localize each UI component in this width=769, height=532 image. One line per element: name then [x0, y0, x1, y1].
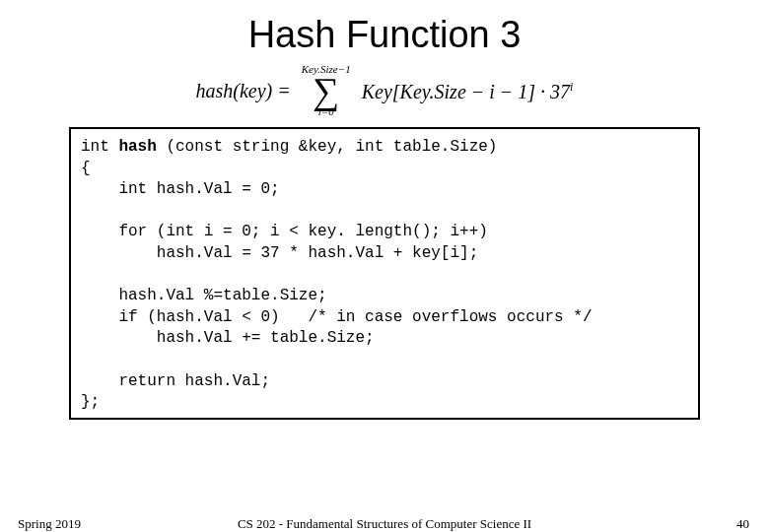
slide: Hash Function 3 hash(key) = Key.Size−1 ∑… — [0, 14, 769, 532]
code-line-13: }; — [81, 393, 100, 411]
sigma-symbol: ∑ — [302, 75, 351, 106]
formula-lhs: hash(key) = — [196, 81, 291, 100]
code-line-8: hash.Val %=table.Size; — [81, 287, 327, 304]
sigma-lower: i=0 — [302, 106, 351, 117]
footer-course: CS 202 - Fundamental Structures of Compu… — [0, 516, 769, 532]
code-line-12: return hash.Val; — [81, 372, 270, 390]
code-line-5: for (int i = 0; i < key. length(); i++) — [81, 223, 488, 240]
code-line-6: hash.Val = 37 * hash.Val + key[i]; — [81, 244, 478, 262]
code-line-9: if (hash.Val < 0) /* in case overflows o… — [81, 308, 592, 326]
code-block: int hash (const string &key, int table.S… — [69, 127, 700, 420]
code-line-1b: hash — [118, 138, 156, 156]
slide-title: Hash Function 3 — [0, 14, 769, 56]
formula-rhs-body: Key[Key.Size − i − 1] · 37 — [362, 80, 570, 101]
code-line-1c: (const string &key, int table.Size) — [157, 138, 498, 156]
formula-exp: i — [570, 80, 573, 94]
formula-rhs: Key[Key.Size − i − 1] · 37i — [362, 81, 574, 101]
hash-formula: hash(key) = Key.Size−1 ∑ i=0 Key[Key.Siz… — [0, 64, 769, 117]
code-line-2: { — [81, 160, 91, 177]
code-line-3: int hash.Val = 0; — [81, 180, 280, 198]
footer: Spring 2019 CS 202 - Fundamental Structu… — [0, 516, 769, 532]
sigma-block: Key.Size−1 ∑ i=0 — [302, 64, 351, 117]
code-line-10: hash.Val += table.Size; — [81, 329, 375, 347]
footer-page-number: 40 — [736, 516, 749, 532]
code-line-1a: int — [81, 138, 118, 156]
footer-term: Spring 2019 — [18, 516, 81, 532]
